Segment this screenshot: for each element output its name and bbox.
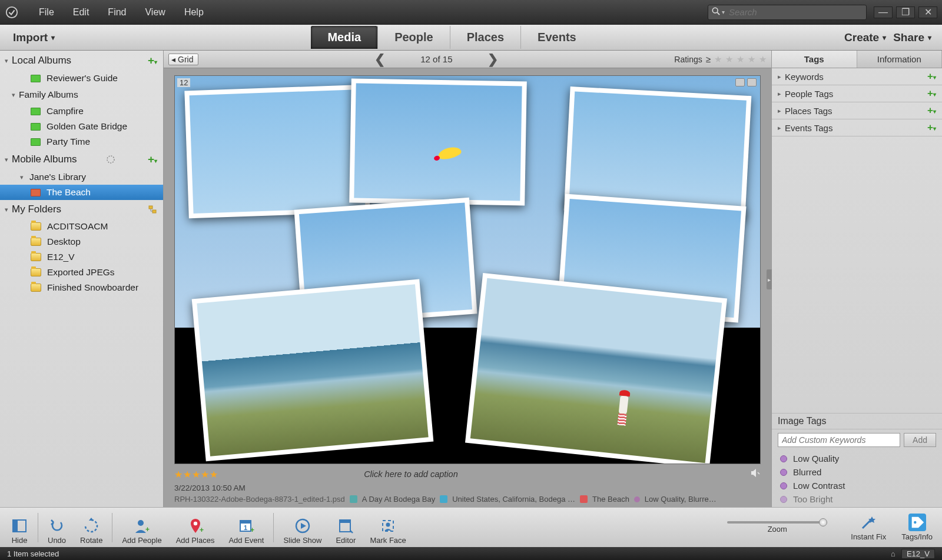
hide-panel-button[interactable]: Hide xyxy=(4,509,35,546)
album-icon xyxy=(31,123,41,131)
album-icon xyxy=(31,75,41,82)
undo-icon xyxy=(48,517,66,535)
add-event-button[interactable]: 1+Add Event xyxy=(221,509,271,546)
album-icon xyxy=(31,108,41,115)
collage-photo xyxy=(191,279,433,461)
share-button[interactable]: Share▾ xyxy=(893,31,931,44)
import-button[interactable]: Import ▾ xyxy=(8,29,59,46)
add-mobile-album-icon[interactable]: +▾ xyxy=(148,153,157,166)
tag-item[interactable]: Blurred xyxy=(772,465,942,479)
minimize-button[interactable]: — xyxy=(874,6,893,18)
album-party-time[interactable]: Party Time xyxy=(0,134,163,149)
next-arrow[interactable]: ❯ xyxy=(487,52,498,67)
folder-item[interactable]: ACDITSOACM xyxy=(0,219,163,234)
rating-star[interactable]: ★ xyxy=(725,54,733,65)
folder-item[interactable]: Exported JPEGs xyxy=(0,265,163,280)
tag-item[interactable]: Low Contrast xyxy=(772,479,942,492)
collapse-panel-handle[interactable]: ▸ xyxy=(767,269,772,289)
add-keyword-button[interactable]: Add xyxy=(904,433,936,447)
folder-tree-icon[interactable] xyxy=(148,205,157,214)
instant-fix-button[interactable]: Instant Fix xyxy=(845,512,892,542)
editor-icon xyxy=(337,517,354,535)
search-input[interactable] xyxy=(727,7,863,17)
image-tags-header: Image Tags xyxy=(772,413,942,429)
menu-view[interactable]: View xyxy=(135,4,174,21)
tab-events[interactable]: Events xyxy=(520,26,593,49)
add-places-button[interactable]: +Add Places xyxy=(169,509,222,546)
sync-icon xyxy=(106,155,115,164)
add-icon[interactable]: +▾ xyxy=(927,88,936,99)
tab-people[interactable]: People xyxy=(377,26,450,49)
tab-information[interactable]: Information xyxy=(857,51,943,68)
prev-arrow[interactable]: ❮ xyxy=(374,52,385,67)
folder-item[interactable]: Finished Snowboarder xyxy=(0,280,163,295)
close-button[interactable]: ✕ xyxy=(918,6,937,18)
add-icon[interactable]: +▾ xyxy=(927,105,936,116)
section-people-tags[interactable]: ▸People Tags+▾ xyxy=(772,85,942,102)
section-mobile-albums[interactable]: ▾ Mobile Albums +▾ xyxy=(0,149,163,169)
status-selection: 1 Item selected xyxy=(7,549,59,558)
folder-item[interactable]: E12_V xyxy=(0,249,163,265)
album-icon xyxy=(31,189,41,196)
tag-item[interactable]: Too Bright xyxy=(772,492,942,506)
add-icon[interactable]: +▾ xyxy=(927,71,936,82)
menu-find[interactable]: Find xyxy=(98,4,135,21)
status-catalog-chip[interactable]: E12_V xyxy=(901,549,935,559)
section-my-folders[interactable]: ▾ My Folders xyxy=(0,200,163,219)
maximize-button[interactable]: ❐ xyxy=(896,6,915,18)
caption-field[interactable]: Click here to add caption xyxy=(364,469,458,479)
folder-item[interactable]: Desktop xyxy=(0,234,163,249)
zoom-control[interactable]: Zoom xyxy=(727,521,845,534)
image-viewer[interactable]: 12 xyxy=(174,75,761,464)
disclosure-icon: ▸ xyxy=(778,124,781,132)
rating-star[interactable]: ★ xyxy=(714,54,722,65)
section-events-tags[interactable]: ▸Events Tags+▾ xyxy=(772,119,942,136)
tab-places[interactable]: Places xyxy=(450,26,520,49)
rating-star[interactable]: ★ xyxy=(737,54,744,65)
item-rating[interactable]: ★★★★★ xyxy=(174,469,218,480)
add-people-button[interactable]: +Add People xyxy=(115,509,168,546)
tag-icon xyxy=(780,469,787,476)
rating-star[interactable]: ★ xyxy=(748,54,755,65)
grid-view-button[interactable]: ◂ Grid xyxy=(168,54,198,65)
create-button[interactable]: Create▾ xyxy=(844,31,886,44)
album-the-beach[interactable]: The Beach xyxy=(0,185,163,200)
disclosure-icon: ▾ xyxy=(20,174,24,181)
zoom-thumb[interactable] xyxy=(819,518,827,526)
audio-icon[interactable] xyxy=(750,468,761,481)
section-family-albums[interactable]: ▾ Family Albums xyxy=(0,86,163,104)
add-album-icon[interactable]: +▾ xyxy=(148,54,157,67)
search-box[interactable]: ▾ xyxy=(708,5,867,20)
stack-icon[interactable] xyxy=(747,78,757,86)
album-reviewers-guide[interactable]: Reviewer's Guide xyxy=(0,71,163,86)
section-keywords[interactable]: ▸Keywords+▾ xyxy=(772,68,942,85)
mobile-library-janes[interactable]: ▾ Jane's Library xyxy=(0,169,163,185)
tags-info-button[interactable]: Tags/Info xyxy=(895,512,938,542)
disclosure-icon: ▸ xyxy=(778,90,781,98)
add-keyword-input[interactable] xyxy=(778,433,900,447)
album-campfire[interactable]: Campfire xyxy=(0,104,163,119)
section-local-albums[interactable]: ▾ Local Albums +▾ xyxy=(0,51,163,71)
rotate-button[interactable]: Rotate xyxy=(73,509,110,546)
version-set-icon[interactable] xyxy=(735,78,745,86)
mark-face-button[interactable]: Mark Face xyxy=(363,509,413,546)
menu-file[interactable]: File xyxy=(29,4,64,21)
menu-edit[interactable]: Edit xyxy=(64,4,99,21)
tab-media[interactable]: Media xyxy=(311,26,377,49)
status-home-icon[interactable]: ⌂ xyxy=(891,549,895,558)
zoom-slider[interactable] xyxy=(727,521,827,524)
chevron-down-icon: ▾ xyxy=(722,9,725,15)
ratings-operator-icon[interactable]: ≥ xyxy=(706,54,711,64)
left-sidebar: ▾ Local Albums +▾ Reviewer's Guide ▾ Fam… xyxy=(0,51,164,507)
rating-star[interactable]: ★ xyxy=(759,54,767,65)
tab-tags[interactable]: Tags xyxy=(772,51,857,68)
add-icon[interactable]: +▾ xyxy=(927,122,936,134)
editor-button[interactable]: Editor xyxy=(329,509,363,546)
center-panel: ◂ Grid ❮ 12 of 15 ❯ Ratings ≥ ★ ★ ★ ★ ★ … xyxy=(164,51,771,507)
tag-item[interactable]: Low Quality xyxy=(772,452,942,465)
slideshow-button[interactable]: Slide Show xyxy=(276,509,329,546)
album-golden-gate[interactable]: Golden Gate Bridge xyxy=(0,119,163,134)
undo-button[interactable]: Undo xyxy=(41,509,73,546)
menu-help[interactable]: Help xyxy=(175,4,213,21)
section-places-tags[interactable]: ▸Places Tags+▾ xyxy=(772,102,942,119)
